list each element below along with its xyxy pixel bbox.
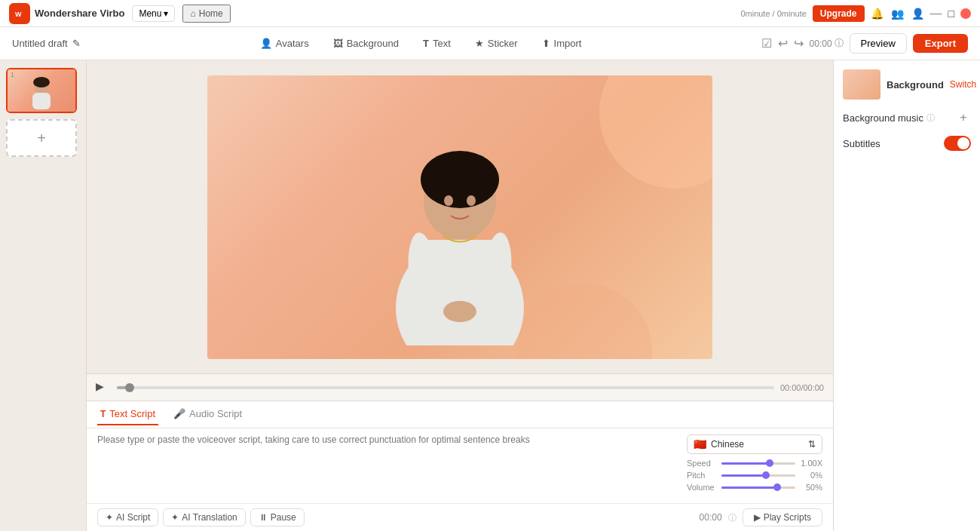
background-label: Background [347,38,399,49]
nav-item-background[interactable]: 🖼 Background [323,34,409,53]
canvas-area [87,60,833,373]
play-scripts-label: Play Scripts [764,512,811,523]
switch-button[interactable]: Switch [950,79,976,90]
import-icon: ⬆ [542,38,550,49]
account-icon[interactable]: 👤 [911,8,924,20]
panel-header: Background Switch [843,69,971,100]
redo-icon[interactable]: ↪ [794,36,804,51]
nav-item-import[interactable]: ⬆ Import [531,34,593,53]
background-icon: 🖼 [333,38,343,49]
script-actions: ✦ AI Script ✦ AI Translation ⏸ Pause [97,508,305,526]
language-name: Chinese [711,439,744,450]
svg-text:W: W [15,11,22,18]
avatars-label: Avatars [276,38,309,49]
language-selector[interactable]: 🇨🇳 Chinese ⇅ [687,434,822,454]
bg-music-text: Background music [843,112,923,124]
nav-item-sticker[interactable]: ★ Sticker [464,34,528,53]
volume-thumb[interactable] [773,483,781,491]
tab-text-script[interactable]: T Text Script [97,404,158,425]
edit-icon[interactable]: ✎ [72,38,81,49]
export-button[interactable]: Export [913,34,968,53]
script-timer: 00:00 [700,512,722,523]
title-bar-left: W Wondershare Virbo Menu ▾ ⌂ Home [9,3,231,24]
users-icon[interactable]: 👥 [891,8,904,20]
pause-label: Pause [271,512,296,523]
logo-text: Wondershare Virbo [35,8,124,19]
background-title: Background [887,79,944,91]
bg-music-label: Background music ⓘ [843,112,935,124]
avatar-svg [354,89,565,345]
ai-translation-icon: ✦ [171,512,179,523]
speed-track[interactable] [721,462,795,465]
ai-script-label: AI Script [116,512,150,523]
ai-translation-button[interactable]: ✦ AI Translation [163,508,245,526]
preview-button[interactable]: Preview [850,33,907,54]
play-scripts-button[interactable]: ▶ Play Scripts [743,508,822,526]
text-script-label: Text Script [109,408,155,419]
speed-thumb[interactable] [766,459,773,467]
right-panel: Background Switch Background music ⓘ + S… [833,60,980,531]
script-bottom: ✦ AI Script ✦ AI Translation ⏸ Pause 00:… [87,503,833,531]
import-label: Import [554,38,582,49]
play-button[interactable]: ▶ [96,380,111,395]
timeline: ▶ 00:00/00:00 [87,373,833,401]
nav-right: ☑ ↩ ↪ 00:00 ⓘ Preview Export [761,33,968,54]
undo-icon[interactable]: ↩ [778,36,788,51]
script-content: 🇨🇳 Chinese ⇅ Speed 1. [87,428,833,503]
svg-rect-3 [32,93,51,109]
pause-button[interactable]: ⏸ Pause [250,508,305,526]
timeline-time: 00:00/00:00 [780,383,824,392]
pitch-slider-row: Pitch 0% [687,471,822,480]
subtitles-toggle[interactable] [944,136,971,151]
tab-audio-script[interactable]: 🎤 Audio Script [170,404,245,425]
play-scripts-area: 00:00 ⓘ ▶ Play Scripts [700,508,822,526]
speed-fill [721,462,770,465]
minimize-icon[interactable]: — [930,7,942,20]
notifications-icon[interactable]: 🔔 [871,8,884,20]
volume-slider-row: Volume 50% [687,483,822,492]
slide-thumbnail-1[interactable]: 1 [6,68,77,113]
text-icon: T [423,38,429,49]
script-input[interactable] [97,434,679,495]
add-slide-icon: + [37,130,46,147]
audio-script-label: Audio Script [189,408,242,419]
text-script-icon: T [100,409,106,419]
volume-track[interactable] [721,486,795,489]
center-area: ▶ 00:00/00:00 T Text Script 🎤 Audio Scri… [87,60,833,531]
logo-icon: W [9,3,30,24]
pitch-thumb[interactable] [762,471,770,479]
svg-point-10 [444,195,453,206]
pitch-fill [721,474,766,477]
sliders-group: Speed 1.00X Pitch [687,459,822,492]
speed-label: Speed [687,459,717,468]
add-music-button[interactable]: + [956,110,971,125]
panel-section-subtitles: Subtitles [843,136,971,151]
canvas[interactable] [207,75,712,359]
home-label: Home [199,8,223,19]
svg-point-4 [33,77,50,87]
avatars-icon: 👤 [260,38,272,49]
ai-script-button[interactable]: ✦ AI Script [97,508,158,526]
add-slide-button[interactable]: + [6,119,77,157]
pitch-track[interactable] [721,474,795,477]
save-icon[interactable]: ☑ [761,36,772,51]
nav-item-avatars[interactable]: 👤 Avatars [250,34,320,53]
nav-item-text[interactable]: T Text [412,34,461,53]
home-button[interactable]: ⌂ Home [182,5,230,23]
menu-button[interactable]: Menu ▾ [132,5,175,22]
pause-icon: ⏸ [259,512,268,523]
timeline-track[interactable] [117,386,774,389]
close-icon[interactable] [960,8,971,19]
play-scripts-icon: ▶ [754,512,761,523]
script-input-area [97,434,679,497]
nav-items: 👤 Avatars 🖼 Background T Text ★ Sticker … [250,34,593,53]
timeline-dot [125,383,134,392]
speed-slider-row: Speed 1.00X [687,459,822,468]
volume-label: Volume [687,483,717,492]
upgrade-button[interactable]: Upgrade [813,5,865,22]
bg-music-info-icon: ⓘ [926,112,935,124]
svg-point-11 [467,195,476,206]
maximize-icon[interactable]: □ [948,8,954,20]
panel-section-music: Background music ⓘ + [843,110,971,125]
main-layout: 1 + [0,60,980,531]
